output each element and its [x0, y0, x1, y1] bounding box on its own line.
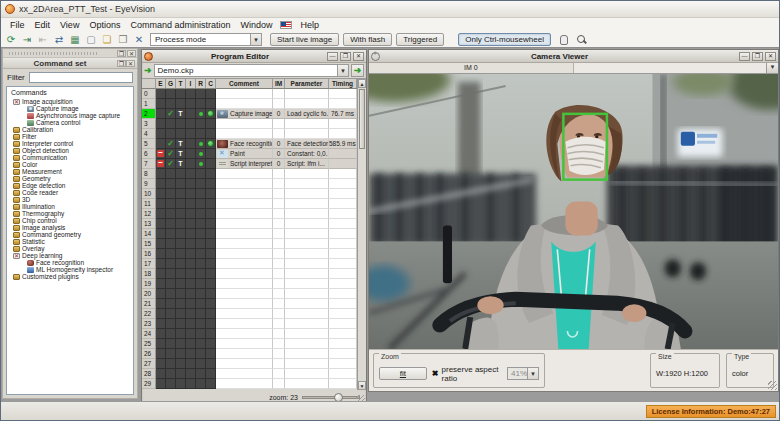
- flag-cell-c[interactable]: [206, 139, 216, 149]
- flag-cell-g[interactable]: [166, 239, 176, 249]
- flag-cell-i[interactable]: [186, 169, 196, 179]
- comment-cell[interactable]: [216, 199, 273, 209]
- table-row[interactable]: 16: [142, 249, 357, 259]
- table-row[interactable]: 5✓TFace recognition0Face detection585.9 …: [142, 139, 357, 149]
- flag-cell-e[interactable]: [156, 209, 166, 219]
- comment-cell[interactable]: [216, 219, 273, 229]
- flag-cell-t[interactable]: [176, 279, 186, 289]
- flag-cell-e[interactable]: −: [156, 159, 166, 169]
- flag-cell-t[interactable]: [176, 249, 186, 259]
- flag-cell-g[interactable]: ✓: [166, 149, 176, 159]
- im-cell[interactable]: [273, 249, 285, 259]
- tree-item-communication[interactable]: Communication: [7, 154, 133, 161]
- flag-cell-i[interactable]: [186, 199, 196, 209]
- flag-cell-r[interactable]: [196, 99, 206, 109]
- row-number[interactable]: 12: [142, 209, 156, 219]
- parameter-cell[interactable]: [285, 229, 329, 239]
- flag-cell-i[interactable]: [186, 349, 196, 359]
- flag-cell-i[interactable]: [186, 319, 196, 329]
- comment-cell[interactable]: [216, 309, 273, 319]
- parameter-cell[interactable]: [285, 179, 329, 189]
- dock-grip[interactable]: ❐ ✕: [3, 49, 137, 57]
- table-row[interactable]: 29: [142, 379, 357, 389]
- comment-cell[interactable]: Script interpreter: [216, 159, 273, 169]
- row-number[interactable]: 11: [142, 199, 156, 209]
- parameter-cell[interactable]: [285, 289, 329, 299]
- row-number[interactable]: 14: [142, 229, 156, 239]
- flag-cell-c[interactable]: [206, 279, 216, 289]
- tree-item-ml-homogeneity-inspector[interactable]: ML Homogeneity inspector: [7, 266, 133, 273]
- parameter-cell[interactable]: [285, 99, 329, 109]
- flag-cell-c[interactable]: [206, 129, 216, 139]
- im-cell[interactable]: [273, 309, 285, 319]
- parameter-cell[interactable]: [285, 209, 329, 219]
- row-number[interactable]: 23: [142, 319, 156, 329]
- flag-cell-g[interactable]: [166, 99, 176, 109]
- im-cell[interactable]: [273, 299, 285, 309]
- flag-cell-t[interactable]: T: [176, 109, 186, 119]
- flag-cell-e[interactable]: −: [156, 149, 166, 159]
- parameter-cell[interactable]: [285, 199, 329, 209]
- comment-cell[interactable]: [216, 249, 273, 259]
- comment-cell[interactable]: [216, 169, 273, 179]
- row-number[interactable]: 1: [142, 99, 156, 109]
- flag-cell-e[interactable]: [156, 279, 166, 289]
- im-cell[interactable]: [273, 189, 285, 199]
- tab-im0[interactable]: IM 0: [369, 63, 574, 73]
- new-page-icon[interactable]: ▢: [84, 33, 98, 46]
- flag-cell-e[interactable]: [156, 119, 166, 129]
- table-zoom-slider[interactable]: [302, 396, 360, 399]
- flag-cell-r[interactable]: [196, 319, 206, 329]
- flag-cell-c[interactable]: [206, 89, 216, 99]
- im-cell[interactable]: [273, 239, 285, 249]
- flag-cell-c[interactable]: [206, 339, 216, 349]
- flag-cell-e[interactable]: [156, 89, 166, 99]
- row-number[interactable]: 21: [142, 299, 156, 309]
- row-number[interactable]: 19: [142, 279, 156, 289]
- flag-cell-t[interactable]: [176, 319, 186, 329]
- table-row[interactable]: 2✓TCapture image0Load cyclic fo...76.7 m…: [142, 109, 357, 119]
- flag-cell-r[interactable]: [196, 179, 206, 189]
- im-cell[interactable]: [273, 209, 285, 219]
- table-row[interactable]: 19: [142, 279, 357, 289]
- open-program-icon[interactable]: ⇥: [20, 33, 34, 46]
- flag-cell-g[interactable]: [166, 219, 176, 229]
- copy-icon[interactable]: ❏: [100, 33, 114, 46]
- table-row[interactable]: 21: [142, 299, 357, 309]
- tree-item-color[interactable]: Color: [7, 161, 133, 168]
- flag-cell-g[interactable]: [166, 329, 176, 339]
- comment-cell[interactable]: [216, 179, 273, 189]
- flag-cell-r[interactable]: [196, 189, 206, 199]
- table-row[interactable]: 11: [142, 199, 357, 209]
- flag-cell-t[interactable]: [176, 199, 186, 209]
- flag-cell-r[interactable]: [196, 329, 206, 339]
- table-row[interactable]: 17: [142, 259, 357, 269]
- flag-cell-r[interactable]: [196, 209, 206, 219]
- flag-cell-g[interactable]: [166, 189, 176, 199]
- flag-cell-r[interactable]: [196, 289, 206, 299]
- parameter-cell[interactable]: [285, 189, 329, 199]
- flag-cell-i[interactable]: [186, 129, 196, 139]
- parameter-cell[interactable]: [285, 349, 329, 359]
- row-number[interactable]: 25: [142, 339, 156, 349]
- flag-cell-e[interactable]: [156, 139, 166, 149]
- table-row[interactable]: 24: [142, 329, 357, 339]
- tree-item-deep-learning[interactable]: Deep learning: [7, 252, 133, 259]
- comment-cell[interactable]: [216, 259, 273, 269]
- tree-item-image-acquisition[interactable]: Image acquisition: [7, 98, 133, 105]
- flag-cell-g[interactable]: [166, 369, 176, 379]
- flag-cell-r[interactable]: [196, 229, 206, 239]
- tree-item-object-detection[interactable]: Object detection: [7, 147, 133, 154]
- row-number[interactable]: 27: [142, 359, 156, 369]
- flag-cell-i[interactable]: [186, 369, 196, 379]
- flag-cell-c[interactable]: [206, 119, 216, 129]
- comment-cell[interactable]: [216, 89, 273, 99]
- table-row[interactable]: 10: [142, 189, 357, 199]
- load-program-icon[interactable]: ➜: [144, 66, 152, 75]
- flag-cell-c[interactable]: [206, 109, 216, 119]
- parameter-cell[interactable]: Constant: 0,0...: [285, 149, 329, 159]
- row-number[interactable]: 10: [142, 189, 156, 199]
- flag-cell-r[interactable]: [196, 359, 206, 369]
- table-row[interactable]: 13: [142, 219, 357, 229]
- zoom-percent-select[interactable]: 41% ▼: [507, 367, 539, 380]
